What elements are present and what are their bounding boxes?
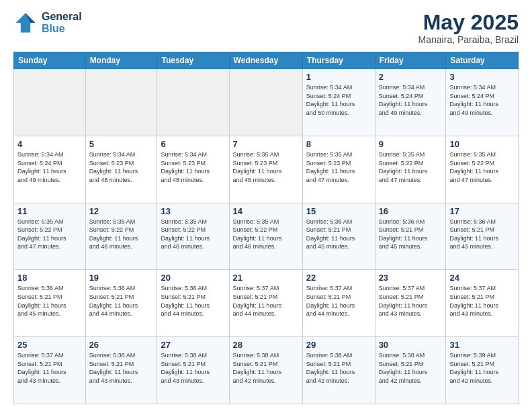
day-number: 26 — [89, 340, 154, 350]
logo-text: General Blue — [42, 11, 82, 35]
day-info: Sunrise: 5:37 AM Sunset: 5:21 PM Dayligh… — [306, 284, 371, 318]
calendar-cell — [157, 69, 229, 136]
day-number: 28 — [233, 340, 299, 350]
day-number: 10 — [449, 139, 515, 149]
calendar-cell: 23Sunrise: 5:37 AM Sunset: 5:21 PM Dayli… — [375, 270, 446, 337]
calendar-week-row: 11Sunrise: 5:35 AM Sunset: 5:22 PM Dayli… — [14, 203, 519, 270]
calendar-cell: 5Sunrise: 5:34 AM Sunset: 5:23 PM Daylig… — [85, 136, 157, 203]
calendar-cell: 19Sunrise: 5:36 AM Sunset: 5:21 PM Dayli… — [85, 270, 157, 337]
calendar-cell: 4Sunrise: 5:34 AM Sunset: 5:24 PM Daylig… — [14, 136, 86, 203]
day-number: 2 — [379, 72, 443, 82]
day-number: 9 — [379, 139, 443, 149]
day-number: 13 — [161, 206, 225, 216]
calendar-cell: 25Sunrise: 5:37 AM Sunset: 5:21 PM Dayli… — [14, 337, 86, 404]
day-number: 30 — [379, 340, 443, 350]
day-info: Sunrise: 5:37 AM Sunset: 5:21 PM Dayligh… — [449, 284, 515, 318]
calendar-cell: 3Sunrise: 5:34 AM Sunset: 5:24 PM Daylig… — [446, 69, 519, 136]
day-info: Sunrise: 5:34 AM Sunset: 5:23 PM Dayligh… — [89, 150, 154, 184]
day-number: 15 — [306, 206, 371, 216]
calendar-cell: 15Sunrise: 5:36 AM Sunset: 5:21 PM Dayli… — [302, 203, 375, 270]
day-info: Sunrise: 5:39 AM Sunset: 5:21 PM Dayligh… — [449, 351, 515, 385]
calendar-cell: 20Sunrise: 5:36 AM Sunset: 5:21 PM Dayli… — [157, 270, 229, 337]
day-number: 7 — [233, 139, 299, 149]
day-number: 6 — [161, 139, 225, 149]
day-info: Sunrise: 5:34 AM Sunset: 5:24 PM Dayligh… — [449, 83, 515, 117]
calendar-week-row: 25Sunrise: 5:37 AM Sunset: 5:21 PM Dayli… — [14, 337, 519, 404]
day-info: Sunrise: 5:38 AM Sunset: 5:21 PM Dayligh… — [306, 351, 371, 385]
day-number: 11 — [17, 206, 82, 216]
weekday-header-saturday: Saturday — [446, 52, 519, 69]
day-info: Sunrise: 5:38 AM Sunset: 5:21 PM Dayligh… — [161, 351, 225, 385]
calendar-cell — [85, 69, 157, 136]
calendar-cell: 17Sunrise: 5:36 AM Sunset: 5:21 PM Dayli… — [446, 203, 519, 270]
day-number: 31 — [449, 340, 515, 350]
calendar-cell: 22Sunrise: 5:37 AM Sunset: 5:21 PM Dayli… — [302, 270, 375, 337]
day-number: 22 — [306, 273, 371, 283]
day-number: 21 — [233, 273, 299, 283]
day-number: 29 — [306, 340, 371, 350]
day-info: Sunrise: 5:35 AM Sunset: 5:23 PM Dayligh… — [306, 150, 371, 184]
day-info: Sunrise: 5:35 AM Sunset: 5:22 PM Dayligh… — [89, 218, 154, 251]
calendar-week-row: 4Sunrise: 5:34 AM Sunset: 5:24 PM Daylig… — [14, 136, 519, 203]
weekday-header-sunday: Sunday — [14, 52, 86, 69]
calendar-cell: 28Sunrise: 5:38 AM Sunset: 5:21 PM Dayli… — [229, 337, 302, 404]
day-info: Sunrise: 5:34 AM Sunset: 5:23 PM Dayligh… — [161, 150, 225, 184]
day-info: Sunrise: 5:36 AM Sunset: 5:21 PM Dayligh… — [379, 218, 443, 251]
calendar-cell: 13Sunrise: 5:35 AM Sunset: 5:22 PM Dayli… — [157, 203, 229, 270]
day-info: Sunrise: 5:34 AM Sunset: 5:24 PM Dayligh… — [306, 83, 371, 117]
calendar-cell — [229, 69, 302, 136]
day-number: 4 — [17, 139, 82, 149]
calendar-cell: 1Sunrise: 5:34 AM Sunset: 5:24 PM Daylig… — [302, 69, 375, 136]
day-info: Sunrise: 5:36 AM Sunset: 5:21 PM Dayligh… — [161, 284, 225, 318]
calendar-cell: 31Sunrise: 5:39 AM Sunset: 5:21 PM Dayli… — [446, 337, 519, 404]
calendar-cell: 21Sunrise: 5:37 AM Sunset: 5:21 PM Dayli… — [229, 270, 302, 337]
day-info: Sunrise: 5:35 AM Sunset: 5:22 PM Dayligh… — [17, 218, 82, 251]
calendar-cell: 6Sunrise: 5:34 AM Sunset: 5:23 PM Daylig… — [157, 136, 229, 203]
calendar-cell: 11Sunrise: 5:35 AM Sunset: 5:22 PM Dayli… — [14, 203, 86, 270]
day-number: 5 — [89, 139, 154, 149]
location: Manaira, Paraiba, Brazil — [418, 34, 519, 45]
calendar-cell — [14, 69, 86, 136]
calendar-cell: 8Sunrise: 5:35 AM Sunset: 5:23 PM Daylig… — [302, 136, 375, 203]
day-info: Sunrise: 5:35 AM Sunset: 5:23 PM Dayligh… — [233, 150, 299, 184]
calendar-cell: 7Sunrise: 5:35 AM Sunset: 5:23 PM Daylig… — [229, 136, 302, 203]
calendar-cell: 2Sunrise: 5:34 AM Sunset: 5:24 PM Daylig… — [375, 69, 446, 136]
calendar-cell: 27Sunrise: 5:38 AM Sunset: 5:21 PM Dayli… — [157, 337, 229, 404]
day-number: 14 — [233, 206, 299, 216]
weekday-header-wednesday: Wednesday — [229, 52, 302, 69]
calendar-cell: 26Sunrise: 5:38 AM Sunset: 5:21 PM Dayli… — [85, 337, 157, 404]
day-info: Sunrise: 5:38 AM Sunset: 5:21 PM Dayligh… — [379, 351, 443, 385]
day-info: Sunrise: 5:34 AM Sunset: 5:24 PM Dayligh… — [379, 83, 443, 117]
day-info: Sunrise: 5:36 AM Sunset: 5:21 PM Dayligh… — [89, 284, 154, 318]
calendar-cell: 12Sunrise: 5:35 AM Sunset: 5:22 PM Dayli… — [85, 203, 157, 270]
day-number: 17 — [449, 206, 515, 216]
calendar-cell: 14Sunrise: 5:35 AM Sunset: 5:22 PM Dayli… — [229, 203, 302, 270]
day-number: 25 — [17, 340, 82, 350]
calendar-header-row: SundayMondayTuesdayWednesdayThursdayFrid… — [14, 52, 519, 69]
calendar-table: SundayMondayTuesdayWednesdayThursdayFrid… — [13, 52, 519, 404]
day-number: 8 — [306, 139, 371, 149]
day-info: Sunrise: 5:35 AM Sunset: 5:22 PM Dayligh… — [449, 150, 515, 184]
weekday-header-tuesday: Tuesday — [157, 52, 229, 69]
day-info: Sunrise: 5:35 AM Sunset: 5:22 PM Dayligh… — [161, 218, 225, 251]
weekday-header-monday: Monday — [85, 52, 157, 69]
day-number: 27 — [161, 340, 225, 350]
calendar-week-row: 18Sunrise: 5:36 AM Sunset: 5:21 PM Dayli… — [14, 270, 519, 337]
day-info: Sunrise: 5:36 AM Sunset: 5:21 PM Dayligh… — [306, 218, 371, 251]
day-number: 20 — [161, 273, 225, 283]
title-area: May 2025 Manaira, Paraiba, Brazil — [418, 11, 519, 45]
page-header: General Blue May 2025 Manaira, Paraiba, … — [13, 11, 519, 45]
weekday-header-friday: Friday — [375, 52, 446, 69]
day-info: Sunrise: 5:35 AM Sunset: 5:22 PM Dayligh… — [233, 218, 299, 251]
day-number: 23 — [379, 273, 443, 283]
day-number: 3 — [449, 72, 515, 82]
day-info: Sunrise: 5:35 AM Sunset: 5:22 PM Dayligh… — [379, 150, 443, 184]
day-info: Sunrise: 5:34 AM Sunset: 5:24 PM Dayligh… — [17, 150, 82, 184]
month-title: May 2025 — [418, 11, 519, 34]
calendar-cell: 30Sunrise: 5:38 AM Sunset: 5:21 PM Dayli… — [375, 337, 446, 404]
day-info: Sunrise: 5:37 AM Sunset: 5:21 PM Dayligh… — [233, 284, 299, 318]
day-number: 12 — [89, 206, 154, 216]
calendar-week-row: 1Sunrise: 5:34 AM Sunset: 5:24 PM Daylig… — [14, 69, 519, 136]
day-info: Sunrise: 5:36 AM Sunset: 5:21 PM Dayligh… — [449, 218, 515, 251]
day-number: 19 — [89, 273, 154, 283]
